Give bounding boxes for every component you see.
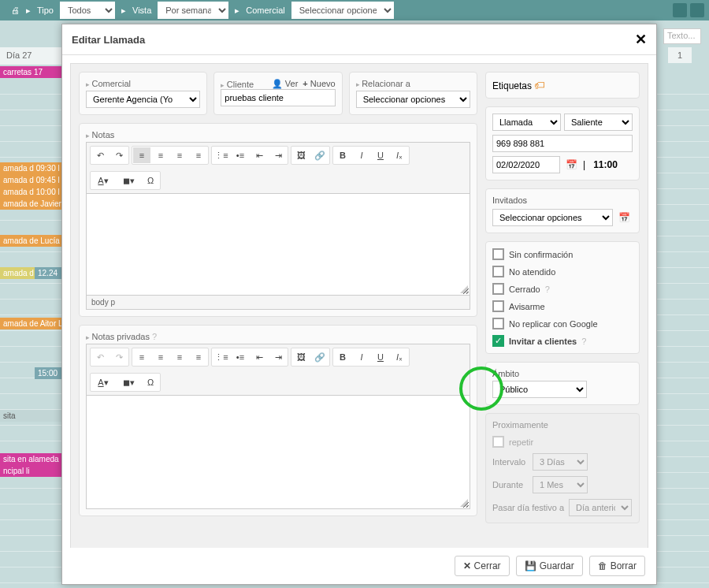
invitar-clientes-check[interactable]: ✓	[492, 335, 504, 347]
direccion-select[interactable]: Saliente	[564, 114, 633, 131]
align-right-icon[interactable]: ≡	[171, 349, 188, 365]
vista-select[interactable]: Por semana	[158, 2, 228, 19]
calendar-icon[interactable]: 📅	[616, 212, 633, 223]
bg-event[interactable]: amada de Javier l	[0, 198, 63, 210]
bg-event[interactable]: amada de Lucía l	[0, 235, 63, 247]
special-char-icon[interactable]: Ω	[142, 374, 159, 390]
font-color-icon[interactable]: A▾	[91, 173, 115, 188]
clear-format-icon[interactable]: Iₓ	[391, 147, 408, 163]
italic-icon[interactable]: I	[353, 349, 370, 365]
indent-icon[interactable]: ⇥	[269, 349, 287, 365]
comercial-panel: Comercial Gerente Agencia (Yo	[79, 72, 207, 115]
etiquetas-label: Etiquetas	[492, 80, 532, 91]
invitados-select[interactable]: Seleccionar opciones	[492, 209, 613, 226]
cliente-panel: Cliente 👤 Ver + Nuevo	[213, 72, 342, 115]
bg-event[interactable]: 15:00	[35, 367, 63, 379]
invitados-panel: Invitados Seleccionar opciones 📅	[485, 188, 640, 233]
link-icon[interactable]: 🔗	[311, 147, 329, 163]
font-color-icon[interactable]: A▾	[91, 374, 115, 390]
align-left-icon[interactable]: ≡	[133, 147, 150, 163]
hora-display[interactable]: 11:00	[588, 159, 618, 170]
sin-confirmacion-check[interactable]	[492, 248, 504, 260]
list-ul-icon[interactable]: •≡	[232, 147, 249, 163]
undo-icon[interactable]: ↶	[91, 147, 109, 163]
cliente-input[interactable]	[221, 89, 335, 106]
list-ul-icon[interactable]: •≡	[232, 349, 249, 365]
underline-icon[interactable]: U	[372, 147, 389, 163]
privadas-toolbar: ↶↷ ≡≡≡≡ ⋮≡•≡⇤⇥ 🖼🔗 BIUIₓ A▾◼▾Ω	[86, 344, 470, 395]
redo-icon[interactable]: ↷	[110, 147, 128, 163]
align-center-icon[interactable]: ≡	[152, 147, 169, 163]
nuevo-button[interactable]: + Nuevo	[303, 79, 335, 89]
ver-button[interactable]: 👤 Ver	[272, 79, 299, 89]
cerrado-check[interactable]	[492, 283, 504, 295]
comercial-label: Comercial	[86, 79, 200, 88]
clear-format-icon[interactable]: Iₓ	[391, 349, 408, 365]
telefono-input[interactable]	[492, 135, 633, 152]
bg-event[interactable]: amada d 10:00 l	[0, 186, 63, 198]
calendar-icon[interactable]: 📅	[563, 159, 580, 170]
relacionar-select[interactable]: Seleccionar opciones	[356, 91, 470, 108]
ambito-select[interactable]: Público	[492, 381, 587, 398]
link-icon[interactable]: 🔗	[311, 349, 329, 365]
checks-panel: Sin confirmación No atendido Cerrado ? A…	[485, 241, 640, 354]
modal-scroll-area[interactable]: Comercial Gerente Agencia (Yo Cliente 👤 …	[70, 63, 648, 548]
italic-icon[interactable]: I	[353, 147, 370, 163]
tipo-llamada-select[interactable]: Llamada	[492, 114, 561, 131]
bg-event[interactable]: sita	[0, 410, 63, 422]
bg-event[interactable]: sita en alameda p	[0, 453, 63, 465]
avisarme-check[interactable]	[492, 300, 504, 312]
align-justify-icon[interactable]: ≡	[190, 349, 207, 365]
tipo-select[interactable]: Todos	[60, 2, 115, 19]
outdent-icon[interactable]: ⇤	[251, 349, 268, 365]
tag-icon[interactable]: 🏷	[534, 79, 545, 91]
bg-event[interactable]: 12.24	[35, 267, 63, 279]
bg-event[interactable]: amada d 09:45 l	[0, 174, 63, 186]
borrar-button[interactable]: 🗑 Borrar	[589, 556, 645, 576]
no-replicar-check[interactable]	[492, 318, 504, 329]
help-icon[interactable]: ?	[152, 332, 157, 341]
bg-right-icons	[673, 3, 704, 17]
bg-color-icon[interactable]: ◼▾	[117, 374, 140, 390]
cerrar-button[interactable]: ✕ Cerrar	[455, 556, 510, 576]
help-icon[interactable]: ?	[581, 337, 586, 346]
privadas-editor[interactable]	[86, 395, 470, 509]
fecha-input[interactable]	[492, 156, 560, 173]
notas-toolbar: ↶↷ ≡≡≡≡ ⋮≡•≡⇤⇥ 🖼🔗 BIUIₓ A▾◼▾Ω	[86, 142, 470, 193]
no-atendido-check[interactable]	[492, 266, 504, 277]
guardar-button[interactable]: 💾 Guardar	[516, 556, 583, 576]
image-icon[interactable]: 🖼	[292, 147, 310, 163]
outdent-icon[interactable]: ⇤	[251, 147, 268, 163]
underline-icon[interactable]: U	[372, 349, 389, 365]
close-button[interactable]: ✕	[635, 31, 647, 48]
redo-icon[interactable]: ↷	[110, 349, 128, 365]
bg-icon-1[interactable]	[673, 3, 687, 17]
notas-panel: Notas ↶↷ ≡≡≡≡ ⋮≡•≡⇤⇥ 🖼🔗 BIUIₓ A▾◼▾Ω body…	[79, 123, 477, 317]
bg-color-icon[interactable]: ◼▾	[117, 173, 140, 188]
list-ol-icon[interactable]: ⋮≡	[213, 349, 230, 365]
list-ol-icon[interactable]: ⋮≡	[213, 147, 230, 163]
modal-header: Editar Llamada ✕	[62, 24, 656, 55]
call-details-panel: Llamada Saliente 📅 | 11:00	[485, 106, 640, 180]
intervalo-select: 3 Días	[533, 453, 588, 471]
align-justify-icon[interactable]: ≡	[190, 147, 207, 163]
indent-icon[interactable]: ⇥	[269, 147, 287, 163]
align-left-icon[interactable]: ≡	[133, 349, 150, 365]
comercial-bg-select[interactable]: Seleccionar opciones	[291, 2, 394, 19]
comercial-select[interactable]: Gerente Agencia (Yo	[86, 91, 200, 108]
align-center-icon[interactable]: ≡	[152, 349, 169, 365]
undo-icon[interactable]: ↶	[91, 349, 109, 365]
image-icon[interactable]: 🖼	[292, 349, 310, 365]
bg-texto-input[interactable]: Texto...	[663, 28, 701, 44]
bg-event[interactable]: amada d 09:30 l	[0, 162, 63, 174]
bg-event[interactable]: amada de Aitor L	[0, 318, 63, 329]
bg-event[interactable]: ncipal li	[0, 465, 63, 477]
special-char-icon[interactable]: Ω	[142, 173, 159, 188]
bold-icon[interactable]: B	[334, 349, 351, 365]
help-icon[interactable]: ?	[545, 285, 550, 294]
align-right-icon[interactable]: ≡	[171, 147, 188, 163]
notas-editor[interactable]	[86, 193, 470, 296]
bg-icon-2[interactable]	[690, 3, 704, 17]
bg-event[interactable]: carretas 17	[0, 66, 63, 78]
bold-icon[interactable]: B	[334, 147, 351, 163]
